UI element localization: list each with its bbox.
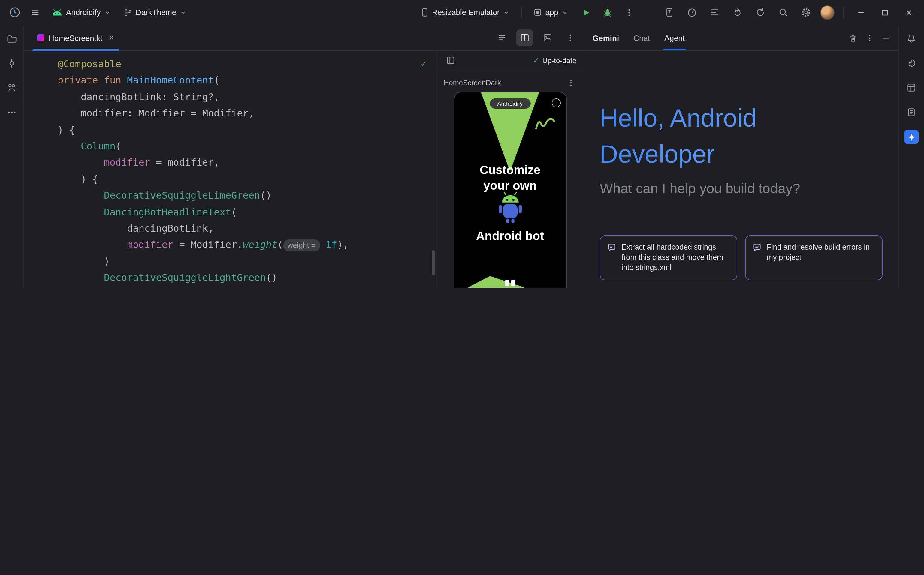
left-tool-strip (0, 25, 24, 288)
code-line[interactable]: Column( (58, 138, 436, 154)
gemini-header: Gemini Chat Agent (584, 25, 898, 51)
delete-conversation-icon[interactable] (848, 33, 857, 42)
suggestion-card-build-errors[interactable]: Find and resolve build errors in my proj… (745, 235, 883, 280)
editor-tab-homescreen[interactable]: HomeScreen.kt ✕ (32, 25, 119, 51)
preview-name: HomeScreenDark (444, 79, 501, 87)
preview-headline: Customize your own (454, 162, 566, 193)
tab-close-icon[interactable]: ✕ (108, 33, 115, 42)
code-line[interactable]: dancingBotLink, (58, 220, 436, 237)
android-head-icon (52, 8, 62, 16)
gemini-panel: Gemini Chat Agent Hello, An (584, 25, 898, 288)
logcat-icon[interactable] (706, 4, 723, 21)
compose-preview-panel: ✓ Up-to-date HomeScreenDark (436, 51, 584, 288)
code-line[interactable]: modifier = modifier, (58, 154, 436, 171)
project-toolwindow-icon[interactable] (5, 31, 19, 46)
suggestion-text: Find and resolve build errors in my proj… (767, 243, 875, 263)
gradle-toolwindow-icon[interactable] (904, 56, 919, 70)
window-maximize-button[interactable] (876, 4, 894, 21)
gemini-toolwindow-icon[interactable] (904, 130, 919, 144)
code-lines: @Composableprivate fun MainHomeContent( … (58, 56, 436, 288)
chat-bubble-icon (608, 243, 616, 251)
gemini-panel-title: Gemini (593, 33, 619, 42)
code-line[interactable]: dancingBotLink: String?, (58, 89, 436, 105)
suggestion-card-extract-strings[interactable]: Extract all hardcoded strings from this … (600, 235, 737, 280)
inspections-ok-icon[interactable]: ✓ (421, 56, 426, 72)
window-close-button[interactable] (900, 4, 918, 21)
title-bar: Androidify DarkTheme Resizable Emulator … (0, 0, 924, 25)
tab-agent[interactable]: Agent (664, 25, 685, 51)
kotlin-file-icon (37, 34, 45, 41)
code-line[interactable]: private fun MainHomeContent( (58, 72, 436, 89)
device-selector-label: Resizable Emulator (432, 8, 499, 17)
code-line[interactable]: DancingBotHeadlineText( (58, 204, 436, 220)
preview-status: ✓ Up-to-date (533, 56, 576, 65)
code-line[interactable]: DecorativeSquiggleLimeGreen() (58, 187, 436, 204)
suggestion-text: Extract all hardcoded strings from this … (622, 243, 730, 273)
layout-inspector-icon[interactable] (904, 80, 919, 95)
settings-gear-icon[interactable] (797, 4, 814, 21)
running-devices-icon[interactable] (660, 4, 677, 21)
androidify-chip: Androidify (490, 98, 531, 109)
check-icon: ✓ (533, 56, 539, 65)
code-line[interactable]: DecorativeSquiggleLightGreen() (58, 270, 436, 286)
code-view-icon[interactable] (493, 29, 511, 46)
android-bot-illustration (495, 191, 526, 224)
right-tool-strip (898, 25, 924, 288)
sync-project-icon[interactable] (752, 4, 768, 21)
search-everywhere-icon[interactable] (775, 4, 791, 21)
code-line[interactable]: ) { (58, 171, 436, 187)
code-line[interactable]: @Composable (58, 56, 436, 72)
editor-column: HomeScreen.kt ✕ (24, 25, 584, 288)
info-icon: i (552, 98, 560, 108)
preview-item-header: HomeScreenDark (444, 76, 576, 90)
design-view-icon[interactable] (539, 29, 556, 46)
code-line[interactable]: modifier = Modifier.weight(weight = 1f), (58, 237, 436, 253)
hide-panel-icon[interactable] (882, 34, 890, 42)
toolbar-divider (522, 7, 522, 18)
gemini-kebab-icon[interactable] (866, 34, 873, 42)
preview-scroll-area[interactable]: HomeScreenDark Androidify i Customize yo… (436, 70, 584, 288)
device-selector[interactable]: Resizable Emulator (416, 5, 514, 19)
code-line[interactable]: modifier: Modifier = Modifier, (58, 105, 436, 122)
bot-carousel-indicator (505, 280, 515, 286)
run-configuration-selector[interactable]: app (529, 5, 573, 19)
more-toolwindows-icon[interactable] (5, 105, 19, 119)
code-line[interactable]: } (58, 286, 436, 288)
gemini-body: Hello, Android Developer What can I help… (584, 51, 898, 288)
chevron-down-icon (562, 9, 568, 15)
editor-scrollbar-thumb[interactable] (432, 250, 435, 275)
suggestion-grid: Extract all hardcoded strings from this … (600, 235, 883, 288)
run-button[interactable] (577, 4, 595, 21)
titlebar-right-group (660, 4, 918, 21)
main-menu-button[interactable] (26, 4, 43, 21)
project-selector[interactable]: Androidify (47, 5, 115, 19)
debug-button[interactable] (599, 4, 616, 21)
app-insights-toolwindow-icon[interactable] (904, 105, 919, 119)
preview-kebab-icon[interactable] (566, 78, 576, 88)
preview-card-homescreendark[interactable]: Androidify i Customize your own Android … (453, 92, 566, 288)
window-minimize-button[interactable] (852, 4, 870, 21)
notifications-bell-icon[interactable] (904, 31, 919, 46)
android-studio-window: Androidify DarkTheme Resizable Emulator … (0, 0, 924, 288)
editor-kebab-menu-icon[interactable] (562, 29, 579, 46)
gemini-header-icons (848, 33, 890, 42)
android-studio-logo-icon (6, 4, 23, 21)
editor-tab-title: HomeScreen.kt (49, 33, 102, 42)
app-quality-insights-icon[interactable] (729, 4, 746, 21)
code-line[interactable]: ) { (58, 122, 436, 138)
tab-chat[interactable]: Chat (633, 25, 650, 51)
split-view-icon[interactable] (516, 29, 533, 46)
vcs-branch-selector[interactable]: DarkTheme (119, 5, 191, 19)
profiler-icon[interactable] (683, 4, 700, 21)
editor-view-mode-icons (493, 29, 579, 46)
code-line[interactable]: ) (58, 253, 436, 270)
run-toolbar: Resizable Emulator app (416, 4, 638, 21)
more-actions-button[interactable] (621, 4, 638, 21)
commit-toolwindow-icon[interactable] (5, 56, 19, 70)
structure-toolwindow-icon[interactable] (5, 80, 19, 95)
code-editor[interactable]: @Composableprivate fun MainHomeContent( … (24, 51, 436, 288)
preview-layout-icon[interactable] (444, 54, 457, 67)
chat-bubble-icon (753, 243, 761, 251)
titlebar-left-group: Androidify DarkTheme (6, 4, 191, 21)
user-avatar[interactable] (820, 5, 835, 19)
